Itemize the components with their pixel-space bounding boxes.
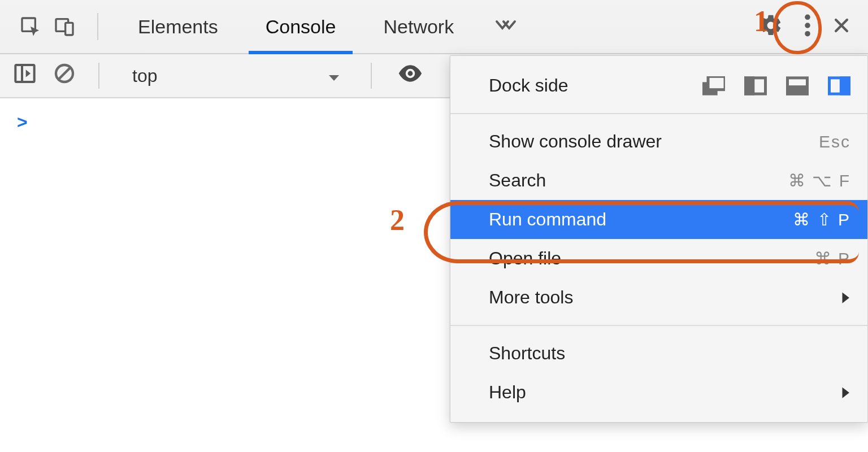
live-expression-icon[interactable]: [398, 65, 423, 86]
toolbar-divider: [97, 13, 98, 40]
menu-item-open-file[interactable]: Open file ⌘ P: [450, 239, 867, 278]
tab-elements[interactable]: Elements: [114, 0, 242, 53]
menu-item-shortcuts[interactable]: Shortcuts: [450, 334, 867, 373]
context-label: top: [132, 66, 157, 86]
close-icon[interactable]: [832, 16, 851, 37]
menu-item-label: Show console drawer: [489, 131, 662, 152]
menu-separator: [450, 325, 867, 326]
submenu-arrow-icon: [840, 292, 850, 304]
svg-rect-6: [15, 65, 34, 82]
svg-point-3: [805, 15, 810, 20]
menu-item-shortcut: Esc: [819, 132, 850, 151]
clear-console-icon[interactable]: [53, 62, 76, 89]
menu-item-label: More tools: [489, 287, 573, 308]
subbar-divider: [98, 63, 99, 89]
menu-item-label: Help: [489, 382, 526, 403]
menu-item-label: Open file: [489, 248, 561, 269]
device-toggle-icon[interactable]: [47, 10, 81, 44]
dock-right-icon[interactable]: [828, 76, 850, 95]
svg-point-4: [805, 23, 810, 28]
main-toolbar: Elements Console Network: [0, 0, 868, 54]
svg-rect-14: [746, 77, 753, 93]
svg-rect-2: [66, 23, 73, 35]
dropdown-caret-icon: [328, 66, 340, 86]
kebab-menu-icon[interactable]: [802, 13, 813, 40]
settings-gear-icon[interactable]: [758, 13, 783, 40]
svg-point-10: [408, 71, 413, 76]
menu-dock-side: Dock side: [450, 66, 867, 105]
menu-item-label: Shortcuts: [489, 343, 565, 364]
subbar-divider: [371, 63, 372, 89]
svg-rect-18: [841, 77, 849, 93]
menu-item-show-console-drawer[interactable]: Show console drawer Esc: [450, 122, 867, 161]
dock-left-icon[interactable]: [744, 76, 767, 95]
menu-item-shortcut: ⌘ ⌥ F: [788, 171, 850, 190]
svg-line-9: [59, 68, 70, 79]
menu-item-label: Run command: [489, 209, 606, 230]
svg-rect-12: [708, 76, 725, 89]
dock-bottom-icon[interactable]: [786, 76, 809, 95]
tab-label: Elements: [138, 16, 218, 38]
more-tabs-icon[interactable]: [494, 15, 517, 39]
sidebar-toggle-icon[interactable]: [14, 63, 36, 89]
tab-network[interactable]: Network: [359, 0, 478, 53]
tab-label: Console: [266, 16, 336, 38]
console-prompt-icon: >: [17, 112, 28, 132]
main-menu-dropdown: Dock side Show console drawer Esc: [450, 55, 868, 423]
menu-item-shortcut: ⌘ ⇧ P: [793, 210, 850, 229]
dock-undock-icon[interactable]: [702, 76, 725, 95]
inspect-element-icon[interactable]: [14, 10, 47, 44]
menu-item-label: Search: [489, 170, 546, 191]
menu-item-run-command[interactable]: Run command ⌘ ⇧ P: [450, 200, 867, 239]
menu-item-more-tools[interactable]: More tools: [450, 278, 867, 317]
menu-item-help[interactable]: Help: [450, 373, 867, 412]
menu-item-search[interactable]: Search ⌘ ⌥ F: [450, 161, 867, 200]
submenu-arrow-icon: [840, 386, 850, 399]
menu-item-shortcut: ⌘ P: [814, 249, 850, 268]
svg-point-5: [805, 31, 810, 37]
tab-label: Network: [383, 16, 454, 38]
devtools-window: Elements Console Network: [0, 0, 868, 452]
context-selector[interactable]: top: [122, 60, 348, 92]
svg-rect-16: [788, 86, 808, 94]
toolbar-right: [758, 13, 857, 40]
menu-separator: [450, 113, 867, 114]
menu-item-label: Dock side: [489, 75, 568, 96]
annotation-label-2: 2: [390, 203, 405, 237]
panel-tabs: Elements Console Network: [114, 0, 478, 53]
tab-console[interactable]: Console: [242, 0, 360, 53]
